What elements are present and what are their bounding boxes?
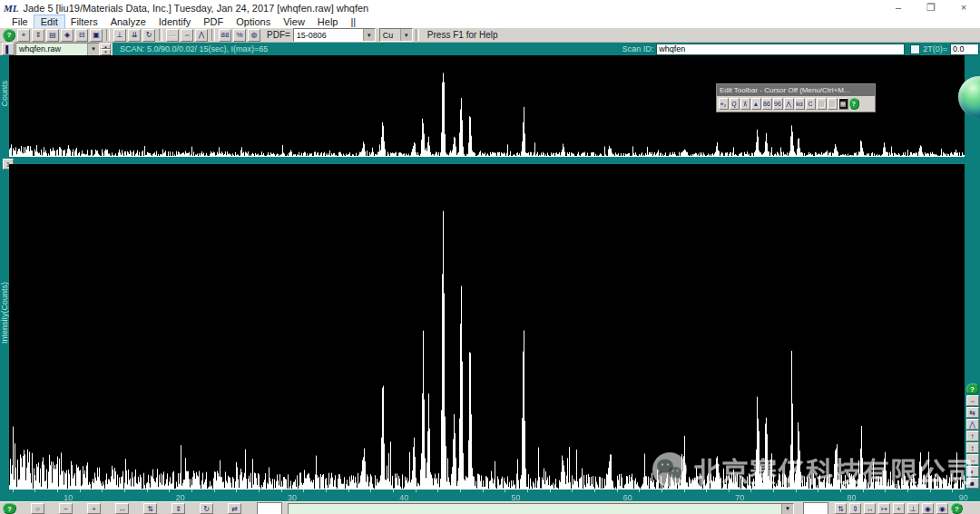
main-toolbar: ?⌖⇕▤◈⊟▣⊥⇊↻—⇔⋀88%◍ PDF= 15-0806 ▾ Cu ▾ Pr… <box>0 28 980 43</box>
save-button[interactable]: ▣ <box>90 29 103 42</box>
cursor-2theta-button[interactable]: ⌖ <box>17 29 30 42</box>
pane-divider <box>0 157 980 164</box>
status-hint: Press F1 for Help <box>427 30 498 40</box>
spin-b-button[interactable]: ⇕ <box>849 503 861 514</box>
menu-filters[interactable]: Filters <box>64 15 104 28</box>
scroll-up-button[interactable]: ↑ <box>966 431 979 441</box>
pane-toggle-button[interactable]: ▌ <box>2 43 15 55</box>
full-scale-button[interactable]: ⊥ <box>113 29 126 42</box>
menu-view[interactable]: View <box>277 15 311 28</box>
status-combobox[interactable]: ▾ <box>288 503 794 514</box>
menu-edit[interactable]: Edit <box>34 15 64 28</box>
pan-right-button[interactable]: ↦ <box>878 503 890 514</box>
scan-info-text: SCAN: 5.0/90.0/0.02/ 15(sec), I(max)=65 <box>120 44 268 53</box>
cursor-circle-button[interactable]: ○ <box>31 503 44 514</box>
toolbar-separator <box>106 29 110 41</box>
peak-profile-button[interactable]: ▲ <box>751 98 761 110</box>
menu-bar: FileEditFiltersAnalyzeIdentifyPDFOptions… <box>0 15 980 28</box>
bottom-left-buttons: ?○−+↔⇅⇕↻⇄ <box>2 503 255 514</box>
intensity-scale-button[interactable]: ⊼ <box>740 98 750 110</box>
cursor-tool-button[interactable]: ⌖₂ <box>719 98 729 110</box>
pdf-cards-button[interactable]: 88 <box>219 29 231 42</box>
app-icon: ML <box>4 3 19 14</box>
menu-identify[interactable]: Identify <box>152 15 197 28</box>
calibration-button[interactable]: C <box>806 98 816 110</box>
scan-id-input[interactable] <box>656 44 905 55</box>
toolbar-separator <box>211 29 215 41</box>
axis-help-button[interactable]: ? <box>3 503 16 514</box>
print-button[interactable]: ⊟ <box>75 29 88 42</box>
menu-analyze[interactable]: Analyze <box>104 15 152 28</box>
anode-combobox[interactable]: Cu ▾ <box>379 28 413 42</box>
help-button[interactable]: ? <box>3 29 15 42</box>
percent-intensity-button[interactable]: % <box>233 29 246 42</box>
pan-horizontal-button[interactable]: ↔ <box>115 503 129 514</box>
two-theta-input[interactable] <box>950 44 979 55</box>
overlay-lines-button[interactable]: ⇆ <box>966 407 979 418</box>
two-theta-checkbox[interactable] <box>910 44 920 54</box>
main-plot-canvas[interactable] <box>9 164 965 490</box>
dropdown-arrow-icon: ▾ <box>87 44 99 55</box>
menu-help[interactable]: Help <box>311 15 345 28</box>
background-edit-button[interactable]: 86 <box>762 98 772 110</box>
scan-info-strip: SCAN: 5.0/90.0/0.02/ 15(sec), I(max)=65 … <box>113 43 980 55</box>
smooth-data-button[interactable]: 96 <box>773 98 783 110</box>
tool-disabled-a-button[interactable]: ▨ <box>817 98 827 110</box>
plot-help-button[interactable]: ? <box>966 383 979 394</box>
main-y-axis-label: Intensity(Counts) <box>0 282 9 344</box>
close-button[interactable]: × <box>947 2 980 14</box>
x-axis-strip[interactable] <box>0 490 980 501</box>
wechat-logo-icon <box>652 451 688 488</box>
record-a-button[interactable]: ◉ <box>922 503 934 514</box>
open-file-button[interactable]: ▤ <box>46 29 59 42</box>
overlay-pattern-button[interactable]: ◈ <box>61 29 74 42</box>
edit-toolbar-help-button[interactable]: ? <box>849 98 859 110</box>
menu-dock-separator[interactable]: || <box>344 15 362 28</box>
spinner-down-icon[interactable]: ▾ <box>101 49 111 55</box>
pan-button[interactable]: ⇔ <box>181 29 193 42</box>
expand-y-button[interactable]: ⇕ <box>172 503 185 514</box>
bottom-help-button[interactable]: ? <box>951 503 963 514</box>
edit-toolbar-buttons: ⌖₂Q⊼▲8696⋀kαC▨▥▦? <box>717 96 875 112</box>
offset-overlays-button[interactable]: ⇊ <box>128 29 141 42</box>
restore-view-button[interactable]: ↻ <box>200 503 213 514</box>
step-scan-button[interactable]: ⇄ <box>228 503 241 514</box>
menu-options[interactable]: Options <box>230 15 277 28</box>
peak-labels-button[interactable]: ⋀ <box>195 29 208 42</box>
baseline-view-button[interactable]: ⊥ <box>907 503 919 514</box>
tool-disabled-b-button[interactable]: ▥ <box>828 98 838 110</box>
two-theta-label: 2T(0)= <box>923 44 947 53</box>
record-b-button[interactable]: ◉ <box>936 503 948 514</box>
scan-updown-button[interactable]: ⇕ <box>32 29 44 42</box>
watermark-text: 北京赛亿科技有限公司 <box>693 450 975 490</box>
menu-pdf[interactable]: PDF <box>197 15 230 28</box>
step-vertical-button[interactable]: ⇅ <box>143 503 157 514</box>
scan-file-value: whqfen.raw <box>19 44 61 53</box>
kalpha2-strip-button[interactable]: kα <box>795 98 805 110</box>
zoom-out-button[interactable]: − <box>59 503 73 514</box>
zoom-tool-button[interactable]: Q <box>730 98 740 110</box>
range-input[interactable] <box>257 502 282 514</box>
menu-file[interactable]: File <box>5 15 34 28</box>
grid-view-button[interactable]: ▦ <box>838 98 848 110</box>
scan-spinner[interactable]: ▴▾ <box>101 44 111 55</box>
spin-a-button[interactable]: ⇅ <box>835 503 847 514</box>
pdf-card-value: 15-0806 <box>297 31 327 40</box>
watermark: 北京赛亿科技有限公司 <box>652 450 975 490</box>
pdf-card-combobox[interactable]: 15-0806 ▾ <box>293 28 376 42</box>
peak-cursor-button[interactable]: ⋀ <box>966 419 979 430</box>
zoom-in-button[interactable]: + <box>87 503 101 514</box>
pan-left-button[interactable]: ↔ <box>864 503 876 514</box>
edit-toolbar-title[interactable]: Edit Toolbar - Cursor Off (Menu/Ctrl+M..… <box>717 84 875 96</box>
offset-input[interactable] <box>803 502 828 514</box>
anode-value: Cu <box>383 31 394 40</box>
minimize-button[interactable]: – <box>882 2 915 14</box>
pan-plot-button[interactable]: ⇔ <box>966 395 979 406</box>
web-update-button[interactable]: ◍ <box>248 29 260 42</box>
maximize-button[interactable]: ❐ <box>915 2 947 14</box>
crosshair-button[interactable]: + <box>893 503 905 514</box>
refresh-plot-button[interactable]: ↻ <box>142 29 155 42</box>
peak-find-button[interactable]: ⋀ <box>784 98 794 110</box>
scan-file-combobox[interactable]: whqfen.raw ▾ <box>15 43 100 56</box>
baseline-button[interactable]: — <box>166 29 179 42</box>
